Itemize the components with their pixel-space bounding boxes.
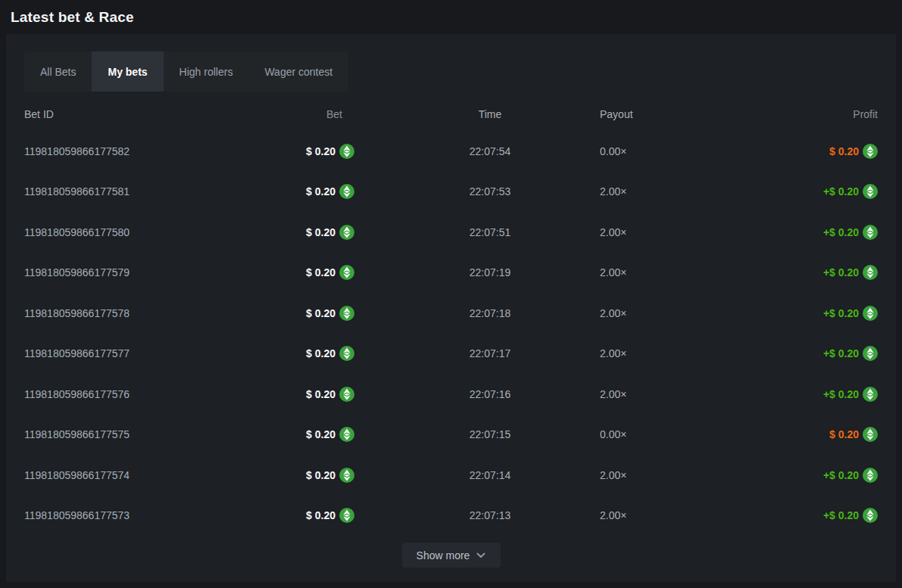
bet-amount: $ 0.20 bbox=[306, 145, 336, 157]
time-cell: 22:07:14 bbox=[380, 469, 600, 481]
payout-cell: 0.00× bbox=[600, 428, 729, 440]
bet-amount: $ 0.20 bbox=[306, 509, 336, 521]
profit-amount: $ 0.20 bbox=[829, 145, 859, 157]
show-more-label: Show more bbox=[417, 549, 470, 562]
table-row[interactable]: 119818059866177573 $ 0.20 22:07:13 2.00×… bbox=[24, 496, 878, 537]
table-row[interactable]: 119818059866177575 $ 0.20 22:07:15 0.00×… bbox=[24, 415, 878, 456]
currency-coin-icon bbox=[863, 265, 878, 280]
profit-cell: $ 0.20 bbox=[729, 144, 878, 159]
bet-id-cell: 119818059866177578 bbox=[24, 307, 267, 319]
payout-cell: 2.00× bbox=[600, 226, 729, 238]
currency-coin-icon bbox=[339, 346, 354, 361]
time-cell: 22:07:17 bbox=[380, 347, 600, 359]
bet-amount: $ 0.20 bbox=[306, 347, 336, 359]
bet-amount: $ 0.20 bbox=[306, 469, 336, 481]
profit-cell: +$ 0.20 bbox=[729, 387, 878, 402]
payout-cell: 2.00× bbox=[600, 469, 729, 481]
profit-amount: +$ 0.20 bbox=[823, 469, 859, 481]
table-row[interactable]: 119818059866177578 $ 0.20 22:07:18 2.00×… bbox=[24, 293, 878, 334]
profit-amount: +$ 0.20 bbox=[823, 266, 859, 278]
currency-coin-icon bbox=[863, 184, 878, 199]
tab-label: Wager contest bbox=[264, 66, 332, 78]
time-cell: 22:07:13 bbox=[380, 509, 600, 521]
table-body: 119818059866177582 $ 0.20 22:07:54 0.00×… bbox=[24, 131, 878, 536]
tab-wager-contest[interactable]: Wager contest bbox=[248, 51, 348, 92]
bet-id-cell: 119818059866177579 bbox=[24, 266, 267, 278]
table-row[interactable]: 119818059866177574 $ 0.20 22:07:14 2.00×… bbox=[24, 455, 878, 496]
profit-amount: $ 0.20 bbox=[829, 428, 859, 440]
currency-coin-icon bbox=[863, 508, 878, 523]
bet-cell: $ 0.20 bbox=[267, 427, 380, 442]
bet-cell: $ 0.20 bbox=[267, 265, 380, 280]
table-row[interactable]: 119818059866177577 $ 0.20 22:07:17 2.00×… bbox=[24, 334, 878, 375]
currency-coin-icon bbox=[863, 225, 878, 240]
column-header-bet: Bet bbox=[267, 108, 380, 120]
tab-my-bets[interactable]: My bets bbox=[92, 51, 163, 92]
currency-coin-icon bbox=[339, 427, 354, 442]
tab-all-bets[interactable]: All Bets bbox=[24, 51, 92, 92]
show-more-container: Show more bbox=[24, 543, 878, 568]
payout-cell: 2.00× bbox=[600, 509, 729, 521]
currency-coin-icon bbox=[339, 225, 354, 240]
bets-tab-bar: All Bets My bets High rollers Wager cont… bbox=[24, 51, 348, 92]
profit-cell: +$ 0.20 bbox=[729, 468, 878, 483]
time-cell: 22:07:51 bbox=[380, 226, 600, 238]
profit-amount: +$ 0.20 bbox=[823, 347, 859, 359]
currency-coin-icon bbox=[863, 144, 878, 159]
bet-cell: $ 0.20 bbox=[267, 225, 380, 240]
table-row[interactable]: 119818059866177581 $ 0.20 22:07:53 2.00×… bbox=[24, 172, 878, 213]
bet-id-cell: 119818059866177581 bbox=[24, 185, 267, 198]
bet-cell: $ 0.20 bbox=[267, 346, 380, 361]
tab-high-rollers[interactable]: High rollers bbox=[164, 51, 249, 92]
bet-cell: $ 0.20 bbox=[267, 387, 380, 402]
column-header-time: Time bbox=[380, 108, 600, 120]
column-header-payout: Payout bbox=[600, 108, 729, 120]
time-cell: 22:07:16 bbox=[380, 388, 600, 400]
currency-coin-icon bbox=[339, 387, 354, 402]
currency-coin-icon bbox=[339, 265, 354, 280]
currency-coin-icon bbox=[863, 346, 878, 361]
profit-amount: +$ 0.20 bbox=[823, 307, 859, 319]
table-row[interactable]: 119818059866177579 $ 0.20 22:07:19 2.00×… bbox=[24, 253, 878, 294]
time-cell: 22:07:53 bbox=[380, 185, 600, 198]
bet-amount: $ 0.20 bbox=[306, 185, 336, 198]
table-row[interactable]: 119818059866177580 $ 0.20 22:07:51 2.00×… bbox=[24, 212, 878, 253]
payout-cell: 2.00× bbox=[600, 388, 729, 400]
profit-amount: +$ 0.20 bbox=[823, 185, 859, 198]
profit-cell: +$ 0.20 bbox=[729, 225, 878, 240]
currency-coin-icon bbox=[863, 468, 878, 483]
payout-cell: 2.00× bbox=[600, 185, 729, 198]
bet-amount: $ 0.20 bbox=[306, 307, 336, 319]
profit-amount: +$ 0.20 bbox=[823, 388, 859, 400]
page-title: Latest bet & Race bbox=[11, 9, 134, 26]
tab-label: All Bets bbox=[40, 66, 76, 78]
bet-id-cell: 119818059866177575 bbox=[24, 428, 267, 440]
payout-cell: 0.00× bbox=[600, 145, 729, 157]
bet-amount: $ 0.20 bbox=[306, 226, 336, 238]
bet-id-cell: 119818059866177580 bbox=[24, 226, 267, 238]
profit-amount: +$ 0.20 bbox=[823, 226, 859, 238]
time-cell: 22:07:54 bbox=[380, 145, 600, 157]
latest-bets-panel: All Bets My bets High rollers Wager cont… bbox=[6, 34, 896, 582]
bet-cell: $ 0.20 bbox=[267, 306, 380, 321]
profit-amount: +$ 0.20 bbox=[823, 509, 859, 521]
bet-cell: $ 0.20 bbox=[267, 468, 380, 483]
bet-id-cell: 119818059866177576 bbox=[24, 388, 267, 400]
show-more-button[interactable]: Show more bbox=[402, 543, 501, 568]
profit-cell: +$ 0.20 bbox=[729, 508, 878, 523]
page-header: Latest bet & Race bbox=[0, 0, 902, 34]
table-header-row: Bet ID Bet Time Payout Profit bbox=[24, 97, 878, 131]
currency-coin-icon bbox=[339, 184, 354, 199]
bet-id-cell: 119818059866177573 bbox=[24, 509, 267, 521]
time-cell: 22:07:15 bbox=[380, 428, 600, 440]
chevron-down-icon bbox=[476, 552, 485, 558]
currency-coin-icon bbox=[863, 427, 878, 442]
table-row[interactable]: 119818059866177576 $ 0.20 22:07:16 2.00×… bbox=[24, 374, 878, 415]
bet-cell: $ 0.20 bbox=[267, 508, 380, 523]
profit-cell: +$ 0.20 bbox=[729, 184, 878, 199]
bet-id-cell: 119818059866177577 bbox=[24, 347, 267, 359]
profit-cell: +$ 0.20 bbox=[729, 265, 878, 280]
table-row[interactable]: 119818059866177582 $ 0.20 22:07:54 0.00×… bbox=[24, 131, 878, 172]
currency-coin-icon bbox=[339, 468, 354, 483]
currency-coin-icon bbox=[339, 306, 354, 321]
